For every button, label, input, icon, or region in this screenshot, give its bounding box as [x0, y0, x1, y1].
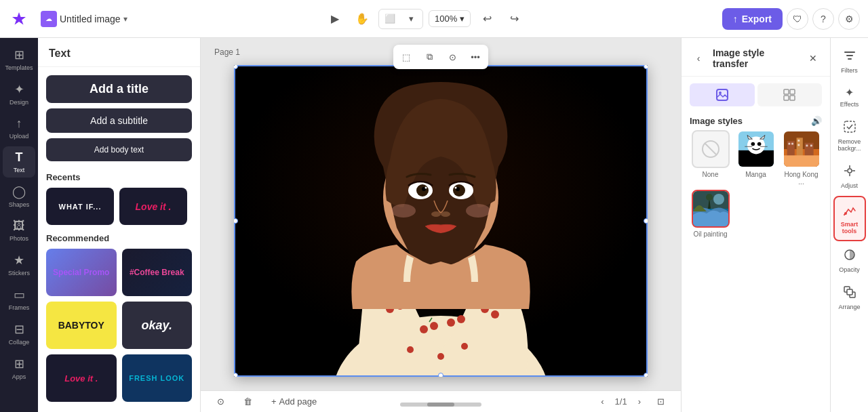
style-manga[interactable]: Manga — [735, 130, 776, 186]
style-manga-thumb — [737, 130, 775, 168]
rec-item-coffee-break[interactable]: #Coffee Break — [122, 249, 193, 296]
sidebar-item-templates[interactable]: ⊞ Templates — [3, 43, 35, 75]
canvas-grid-button[interactable]: ⧉ — [419, 47, 439, 66]
tool-adjust[interactable]: Adjust — [833, 159, 866, 194]
sidebar-item-stickers[interactable]: ★ Stickers — [3, 249, 35, 281]
canvas-scrollbar-thumb — [427, 403, 454, 407]
tool-smart-tools[interactable]: Smart tools — [833, 196, 866, 241]
export-label: Export — [742, 14, 772, 24]
recents-label: Recents — [46, 172, 192, 182]
sidebar-item-design[interactable]: ✦ Design — [3, 78, 35, 110]
canvas-lock-button[interactable]: ⊙ — [442, 47, 462, 66]
add-title-button[interactable]: Add a title — [46, 75, 192, 103]
rec-item-babytoy[interactable]: BABYTOY — [46, 302, 117, 349]
svg-rect-52 — [791, 143, 793, 145]
arrange-label: Arrange — [838, 304, 860, 310]
add-body-button[interactable]: Add body text — [46, 138, 192, 161]
templates-icon: ⊞ — [14, 47, 24, 62]
svg-point-10 — [457, 315, 465, 323]
main-layout: ⊞ Templates ✦ Design ↑ Upload T Text ◯ S… — [0, 38, 868, 412]
rec-item-special-promo[interactable]: Special Promo — [46, 249, 117, 296]
svg-rect-47 — [787, 141, 794, 157]
tool-filters[interactable]: Filters — [833, 43, 866, 79]
rec-item-fresh-look[interactable]: FRESH LOOK — [122, 354, 193, 402]
tool-opacity[interactable]: Opacity — [833, 243, 866, 279]
logo[interactable] — [8, 8, 30, 30]
sidebar-item-shapes[interactable]: ◯ Shapes — [3, 180, 35, 212]
next-page-button[interactable]: › — [633, 394, 646, 409]
canvas-wrapper[interactable] — [201, 38, 681, 390]
shield-button[interactable]: 🛡 — [787, 8, 808, 30]
tool-effects[interactable]: ✦ Effects — [833, 81, 866, 113]
apps-icon: ⊞ — [14, 356, 24, 371]
right-panel-title: Image style transfer — [713, 47, 799, 69]
text-panel: Text Add a title Add a subtitle Add body… — [38, 38, 201, 412]
style-tab-image[interactable] — [690, 83, 755, 106]
portrait-illustration — [234, 65, 648, 377]
tool-remove-bg[interactable]: Remove backgr... — [833, 115, 866, 157]
doc-info[interactable]: ☁ Untitled image ▾ — [41, 11, 127, 27]
sidebar-item-frames[interactable]: ▭ Frames — [3, 283, 35, 315]
undo-button[interactable]: ↩ — [476, 8, 498, 30]
recents-grid: WHAT IF... Love it . — [46, 188, 192, 225]
style-tab-image-icon — [715, 88, 729, 102]
recent-item-whatif[interactable]: WHAT IF... — [46, 188, 114, 225]
style-tab-grid[interactable] — [757, 83, 823, 106]
add-page-icon: + — [271, 396, 277, 407]
canvas-scrollbar[interactable] — [400, 403, 481, 407]
zoom-chevron-icon: ▾ — [460, 14, 465, 24]
recent-item-loveit[interactable]: Love it . — [119, 188, 187, 225]
view-fit-button[interactable]: ⬜ — [379, 9, 401, 28]
delete-frame-button[interactable]: 🗑 — [238, 394, 258, 409]
sidebar-label-upload: Upload — [9, 133, 29, 140]
tool-arrange[interactable]: Arrange — [833, 280, 866, 316]
canvas-resize-button[interactable]: ⬚ — [396, 47, 416, 66]
image-style-panel: ‹ Image style transfer ✕ — [681, 38, 830, 412]
add-page-button[interactable]: + Add page — [266, 394, 322, 409]
hongkong-thumb-svg — [784, 130, 819, 168]
fullscreen-button[interactable]: ⊡ — [652, 394, 670, 409]
effects-icon: ✦ — [845, 86, 854, 99]
close-panel-button[interactable]: ✕ — [804, 49, 822, 67]
export-button[interactable]: ↑ Export — [722, 8, 783, 30]
sidebar-item-text[interactable]: T Text — [3, 146, 35, 178]
sidebar-item-collage[interactable]: ⊟ Collage — [3, 318, 35, 350]
copy-frame-button[interactable]: ⊙ — [212, 394, 230, 409]
sidebar-item-photos[interactable]: 🖼 Photos — [3, 215, 35, 246]
style-oil-painting[interactable]: Oil painting — [690, 190, 731, 238]
add-subtitle-button[interactable]: Add a subtitle — [46, 108, 192, 133]
rec-item-love-it-2[interactable]: Love it . — [46, 354, 117, 402]
page-count: 1/1 — [615, 396, 627, 407]
export-icon: ↑ — [733, 14, 738, 24]
back-button[interactable]: ‹ — [690, 49, 707, 67]
style-none[interactable]: None — [690, 130, 731, 186]
prev-page-button[interactable]: ‹ — [595, 394, 609, 409]
style-tabs — [682, 77, 830, 110]
canvas-more-button[interactable]: ••• — [465, 47, 486, 66]
sidebar-label-shapes: Shapes — [9, 201, 30, 208]
sidebar-item-apps[interactable]: ⊞ Apps — [3, 352, 35, 384]
svg-point-14 — [461, 343, 468, 350]
effects-label: Effects — [840, 101, 859, 108]
sidebar-label-text: Text — [14, 167, 25, 173]
view-chevron-button[interactable]: ▾ — [401, 9, 422, 28]
view-options: ⬜ ▾ — [378, 9, 423, 29]
rec-item-okay[interactable]: okay. — [122, 302, 193, 349]
upload-icon: ↑ — [16, 117, 22, 131]
svg-rect-30 — [717, 89, 728, 100]
help-button[interactable]: ? — [812, 8, 834, 30]
image-styles-text: Image styles — [690, 116, 743, 126]
sidebar-item-upload[interactable]: ↑ Upload — [3, 112, 35, 144]
settings-button[interactable]: ⚙ — [838, 8, 860, 30]
cursor-tool-button[interactable]: ▶ — [324, 8, 346, 30]
sidebar-label-stickers: Stickers — [8, 270, 30, 276]
svg-point-28 — [391, 204, 416, 218]
recent-loveit-text: Love it . — [136, 201, 172, 212]
redo-button[interactable]: ↪ — [503, 8, 525, 30]
style-hong-kong[interactable]: Hong Kong ... — [781, 130, 822, 186]
bottom-bar: ⊙ 🗑 + Add page ‹ 1/1 › ⊡ — [201, 390, 681, 412]
canvas-image[interactable] — [234, 65, 648, 377]
zoom-control[interactable]: 100% ▾ — [429, 10, 471, 27]
svg-point-15 — [437, 353, 444, 360]
hand-tool-button[interactable]: ✋ — [351, 8, 373, 30]
